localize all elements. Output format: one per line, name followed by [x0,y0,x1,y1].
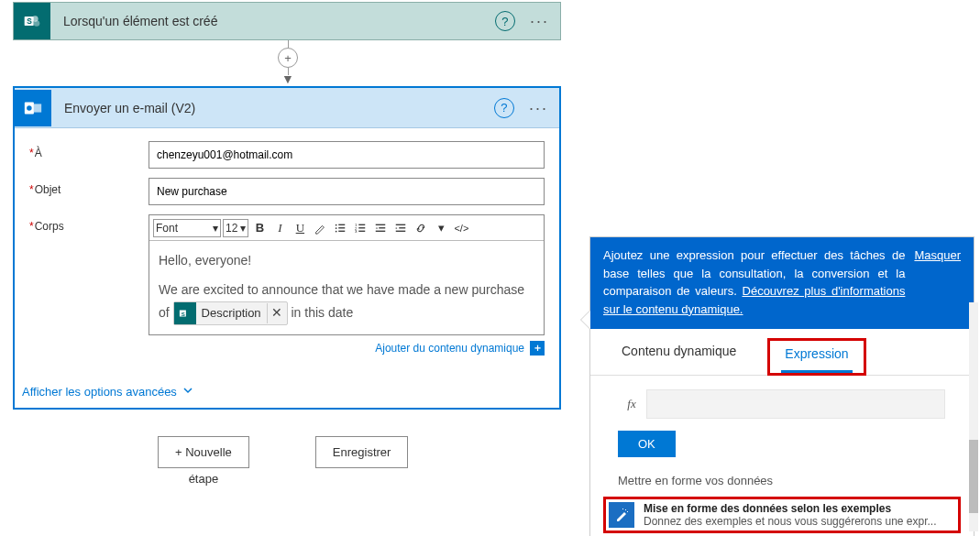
subject-label: *Objet [29,178,149,196]
format-section-label: Mettre en forme vos données [590,468,974,497]
to-label: *À [29,141,149,159]
footer-buttons: + Nouvelle étape Enregistrer [158,436,408,486]
callout-arrow-icon [581,311,590,329]
example-subtitle: Donnez des exemples et nous vous suggére… [644,515,955,528]
bold-button[interactable]: B [250,219,269,237]
outlook-icon [15,90,51,126]
svg-rect-20 [380,227,386,228]
panel-banner: Ajoutez une expression pour effectuer de… [590,237,974,329]
svg-rect-10 [339,227,346,228]
panel-scrollbar[interactable] [969,302,978,531]
underline-button[interactable]: U [291,219,309,237]
scrollbar-thumb[interactable] [969,440,978,513]
svg-rect-24 [396,230,406,231]
dynamic-content-panel: Ajoutez une expression pour effectuer de… [589,236,974,536]
show-advanced-link[interactable]: Afficher les options avancées [15,376,559,408]
chevron-down-icon [182,385,193,399]
more-icon[interactable]: ··· [529,104,548,113]
ok-button[interactable]: OK [618,431,676,457]
format-by-example-item[interactable]: Mise en forme des données selon les exem… [609,502,955,528]
svg-rect-19 [376,224,386,224]
body-line1: Hello, everyone! [159,250,534,272]
font-select[interactable]: Font ▾ [153,219,221,237]
bullet-list-button[interactable] [331,219,349,237]
tab-dynamic-content[interactable]: Contenu dynamique [618,338,740,375]
remove-token-icon[interactable]: ✕ [267,303,287,323]
trigger-card[interactable]: S Lorsqu'un élément est créé ? ··· [13,2,561,40]
sharepoint-icon: S [174,302,196,324]
link-button[interactable] [412,219,430,237]
help-icon[interactable]: ? [494,98,514,118]
svg-point-9 [336,227,337,229]
svg-text:S: S [27,16,32,26]
wand-icon [609,502,634,528]
plus-icon: ＋ [530,341,545,356]
panel-tabs: Contenu dynamique Expression [590,329,974,376]
size-select[interactable]: 12▾ [223,219,248,237]
svg-text:3: 3 [355,229,358,234]
save-button[interactable]: Enregistrer [315,436,409,468]
code-view-button[interactable]: </> [452,219,470,237]
body-label: *Corps [29,214,149,233]
body-line2: We are excited to announce that we have … [159,279,534,325]
more-icon[interactable]: ··· [530,16,549,26]
help-icon[interactable]: ? [495,11,515,31]
svg-point-2 [34,20,40,27]
svg-rect-5 [34,104,41,112]
svg-rect-23 [400,227,406,228]
expression-input[interactable] [645,388,946,420]
svg-point-7 [336,224,337,225]
outdent-button[interactable] [371,219,390,237]
link-dropdown[interactable]: ▾ [432,219,450,237]
tab-expression[interactable]: Expression [781,341,852,373]
to-input[interactable] [149,141,545,169]
svg-rect-18 [359,230,366,231]
number-list-button[interactable]: 123 [351,219,369,237]
body-editor[interactable]: Hello, everyone! We are excited to annou… [149,241,544,334]
svg-point-6 [27,105,32,111]
rich-text-editor: Font ▾ 12▾ B I U 123 ▾ </> [149,214,545,335]
trigger-title: Lorsqu'un élément est créé [50,14,495,28]
new-step-label: étape [189,472,219,486]
svg-point-11 [336,230,337,232]
rte-toolbar: Font ▾ 12▾ B I U 123 ▾ </> [149,215,544,241]
svg-rect-8 [339,224,346,224]
new-step-button[interactable]: + Nouvelle [158,436,249,468]
add-step-icon[interactable]: + [278,48,298,68]
format-button[interactable] [311,219,329,237]
svg-rect-16 [359,227,366,228]
connector: + ▼ [287,40,289,86]
svg-rect-21 [376,230,386,231]
italic-button[interactable]: I [270,219,289,237]
indent-button[interactable] [391,219,410,237]
action-card: Envoyer un e-mail (V2) ? ··· *À *Objet *… [13,86,561,410]
action-title: Envoyer un e-mail (V2) [51,101,494,115]
svg-rect-12 [339,230,346,231]
sharepoint-icon: S [14,3,50,39]
svg-text:S: S [181,310,184,316]
fx-icon: fx [618,388,645,420]
arrow-down-icon: ▼ [281,71,294,86]
svg-rect-14 [359,224,366,224]
hide-panel-link[interactable]: Masquer [914,246,961,318]
add-dynamic-content-link[interactable]: Ajouter du contenu dynamique ＋ [149,335,545,356]
dynamic-token-description[interactable]: S Description ✕ [173,301,288,325]
action-header[interactable]: Envoyer un e-mail (V2) ? ··· [15,88,559,128]
example-title: Mise en forme des données selon les exem… [644,502,955,515]
svg-rect-22 [396,224,406,224]
subject-input[interactable] [149,178,545,205]
